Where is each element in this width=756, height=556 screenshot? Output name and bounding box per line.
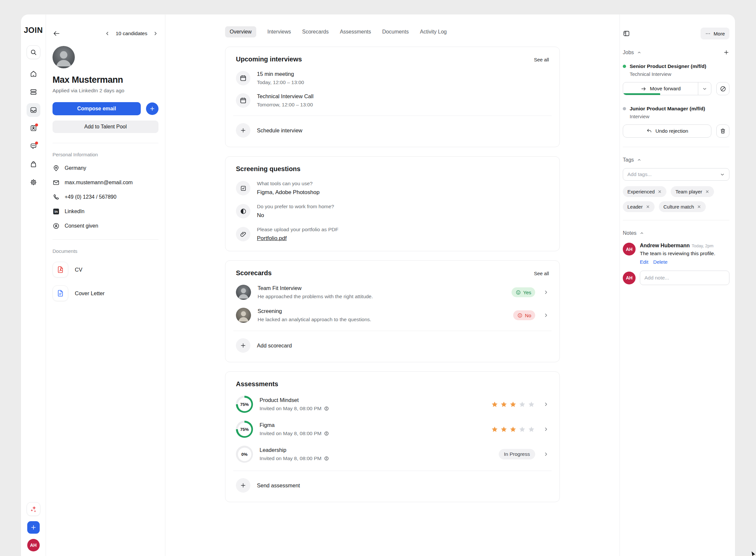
global-add-button[interactable] (27, 521, 40, 534)
tag-chip: Team player (671, 186, 714, 197)
avatar[interactable]: AH (27, 539, 40, 551)
tab-scorecards[interactable]: Scorecards (302, 26, 329, 37)
info-icon[interactable] (324, 406, 329, 411)
sidebar-item-candidates[interactable] (27, 121, 40, 135)
chevron-up-icon[interactable] (637, 158, 641, 162)
compose-email-button[interactable]: Compose email (52, 102, 141, 115)
job-status-dot (623, 107, 626, 110)
chevron-up-icon[interactable] (640, 231, 644, 236)
tab-assessments[interactable]: Assessments (340, 26, 371, 37)
interviewer-avatar (236, 285, 251, 300)
candidate-phone[interactable]: +49 (0) 1234 / 567890 (52, 194, 158, 201)
close-icon[interactable] (646, 205, 650, 209)
scorecard-item[interactable]: Screening He lacked an analytical approa… (236, 308, 549, 323)
reject-button[interactable] (716, 82, 729, 95)
sidebar-item-inbox[interactable] (27, 103, 40, 117)
see-all-link[interactable]: See all (534, 57, 549, 62)
close-icon[interactable] (657, 189, 662, 194)
chevron-right-icon[interactable] (543, 401, 549, 407)
add-to-talent-pool-button[interactable]: Add to Talent Pool (52, 120, 158, 133)
info-icon[interactable] (324, 431, 329, 436)
sidebar-item-jobs[interactable] (27, 85, 40, 99)
calendar-icon (236, 71, 250, 85)
star-icon (519, 426, 526, 433)
candidate-linkedin[interactable]: in LinkedIn (52, 208, 158, 215)
screening-item: What tools can you use? Figma, Adobe Pho… (236, 181, 549, 196)
move-forward-button[interactable]: Move forward (623, 82, 711, 95)
tab-documents[interactable]: Documents (382, 26, 409, 37)
close-icon[interactable] (697, 205, 701, 209)
divider (233, 331, 552, 331)
ai-assistant-button[interactable] (27, 502, 40, 516)
progress-ring: 75% (236, 396, 253, 413)
tab-activity-log[interactable]: Activity Log (420, 26, 447, 37)
phone-icon (52, 194, 60, 201)
chevron-right-icon[interactable] (543, 312, 549, 318)
delete-note-link[interactable]: Delete (653, 259, 668, 265)
tab-bar: Overview Interviews Scorecards Assessmen… (225, 26, 560, 37)
delete-job-button[interactable] (716, 125, 729, 138)
add-tags-input[interactable]: Add tags... (623, 168, 729, 181)
candidate-email[interactable]: max.mustemann@email.com (52, 179, 158, 186)
star-rating (491, 401, 535, 408)
chevron-left-icon[interactable] (104, 31, 110, 36)
more-button[interactable]: More (701, 28, 729, 39)
back-button[interactable] (52, 30, 61, 37)
gear-icon (30, 178, 37, 186)
divider (623, 220, 729, 220)
assessment-item[interactable]: 75% Product Mindset Invited on May 8, 08… (236, 396, 549, 413)
chevron-right-icon[interactable] (543, 426, 549, 432)
tag-chip: Experienced (623, 186, 667, 197)
interview-item[interactable]: Technical Interview Call Tomorrow, 12:00… (236, 93, 549, 108)
pager-label: 10 candidates (115, 31, 147, 36)
tag-chip: Culture match (659, 201, 706, 212)
stage-dropdown-button[interactable] (698, 82, 711, 95)
svg-text:in: in (54, 210, 58, 213)
chevron-right-icon[interactable] (543, 289, 549, 295)
add-action-button[interactable] (146, 102, 158, 115)
divider (233, 471, 552, 471)
chevron-down-icon[interactable] (720, 172, 725, 177)
sidebar-item-marketplace[interactable] (27, 157, 40, 171)
sidebar-item-home[interactable] (27, 67, 40, 81)
avatar: AH (623, 243, 636, 255)
close-icon[interactable] (705, 189, 709, 194)
stacked-cards-icon (30, 88, 37, 96)
chevron-right-icon[interactable] (153, 31, 158, 36)
add-note-input[interactable]: Add note... (640, 271, 729, 285)
documents-title: Documents (52, 248, 158, 254)
portfolio-link[interactable]: Portfolio.pdf (257, 235, 338, 242)
tab-overview[interactable]: Overview (225, 26, 256, 37)
card-title: Assessments (236, 380, 278, 388)
assessment-item[interactable]: 0% Leadership Invited on May 8, 08:00 PM… (236, 446, 549, 463)
panel-toggle-icon[interactable] (623, 30, 630, 37)
chevron-up-icon[interactable] (637, 50, 641, 55)
candidate-panel: 10 candidates Max Mustermann Applied via… (46, 14, 165, 556)
sidebar-item-messages[interactable] (27, 139, 40, 153)
schedule-interview-button[interactable]: Schedule interview (236, 123, 549, 138)
tab-interviews[interactable]: Interviews (267, 26, 291, 37)
interview-item[interactable]: 15 min meeting Today, 12:00 – 13:00 (236, 71, 549, 85)
edit-note-link[interactable]: Edit (640, 259, 648, 265)
document-cv[interactable]: CV (52, 262, 158, 278)
search-button[interactable] (27, 45, 40, 59)
send-assessment-button[interactable]: Send assessment (236, 478, 549, 493)
add-scorecard-button[interactable]: Add scorecard (236, 338, 549, 353)
chevron-right-icon[interactable] (543, 451, 549, 457)
sidebar-item-settings[interactable] (27, 175, 40, 189)
candidate-avatar (52, 46, 75, 68)
scorecard-item[interactable]: Team Fit Interview He approached the pro… (236, 285, 549, 300)
candidate-name: Max Mustermann (52, 75, 158, 85)
undo-rejection-button[interactable]: Undo rejection (623, 125, 711, 138)
star-icon (528, 426, 535, 433)
screening-item: Do you prefer to work from home? No (236, 204, 549, 219)
document-cover-letter[interactable]: Cover Letter (52, 285, 158, 301)
see-all-link[interactable]: See all (534, 271, 549, 276)
star-icon (491, 426, 498, 433)
add-job-button[interactable] (723, 49, 729, 56)
assessment-item[interactable]: 75% Figma Invited on May 8, 08:00 PM (236, 421, 549, 438)
interviewer-avatar (236, 308, 251, 323)
info-icon[interactable] (324, 456, 329, 461)
verdict-badge-no: No (513, 310, 535, 320)
sparkles-icon (30, 505, 37, 513)
